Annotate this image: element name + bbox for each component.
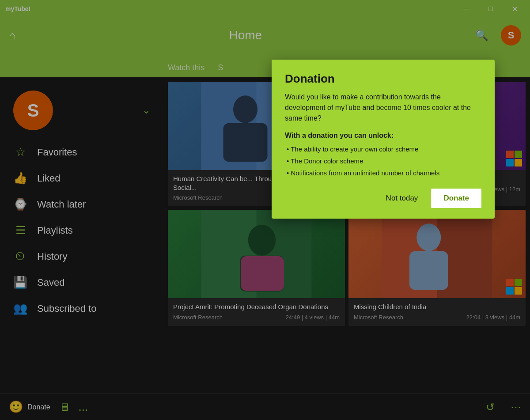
donation-bullet-3: Notifications from an unlimited number o…: [285, 167, 481, 179]
donation-unlock-title: With a donation you can unlock:: [285, 132, 481, 140]
donation-body: Would you like to make a contribution to…: [285, 92, 481, 124]
donation-bullet-1: The ability to create your own color sch…: [285, 143, 481, 155]
donation-title: Donation: [285, 72, 481, 86]
donation-bullet-2: The Donor color scheme: [285, 155, 481, 167]
donate-button[interactable]: Donate: [431, 189, 481, 208]
not-today-button[interactable]: Not today: [377, 189, 427, 207]
donation-dialog: Donation Would you like to make a contri…: [272, 60, 495, 219]
donation-actions: Not today Donate: [285, 189, 481, 208]
